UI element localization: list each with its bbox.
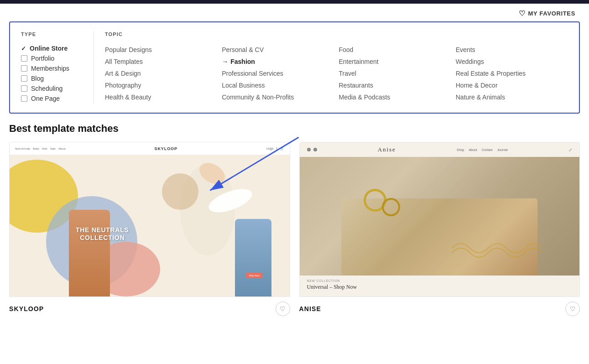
anise-hero-image [300,157,580,276]
anise-caption: NEW COLLECTION Universal – Shop Now [300,276,580,294]
topic-photography[interactable]: Photography [105,80,217,91]
anise-logo: Anise [378,146,396,153]
type-blog[interactable]: Blog [21,73,83,83]
topic-fashion[interactable]: → Fashion [222,56,334,67]
shape-extra [162,173,198,210]
skyloop-logo: SKYLOOP [155,146,177,151]
filter-panel: TYPE ✓ Online Store Portfolio Membership… [9,21,580,114]
topic-weddings[interactable]: Weddings [456,56,568,67]
anise-footer: ANISE ♡ [299,297,580,316]
skyloop-content: THE NEUTRALSCOLLECTION Shop Now [10,155,290,296]
type-memberships-label: Memberships [31,65,69,72]
topic-media-podcasts[interactable]: Media & Podcasts [339,92,451,103]
top-bar [0,0,589,4]
skyloop-footer: SKYLOOP ♡ [9,297,290,316]
topic-travel[interactable]: Travel [339,68,451,79]
skyloop-nav-links: New Arrivals Baby Kids Sale About [15,147,65,150]
type-online-store-label: Online Store [30,45,68,52]
type-blog-label: Blog [31,75,44,82]
topic-column-3: TOPIC Food Entertainment Travel Restaura… [339,31,451,104]
template-card-skyloop[interactable]: New Arrivals Baby Kids Sale About SKYLOO… [9,142,290,316]
anise-expand-icon: ⤢ [568,147,572,152]
active-arrow-icon: → [222,58,228,65]
topic-column-1: TOPIC Popular Designs All Templates Art … [105,31,217,104]
filter-topic-section: TOPIC Popular Designs All Templates Art … [105,31,568,104]
topic-entertainment[interactable]: Entertainment [339,56,451,67]
topic-column-2: TOPIC Personal & CV → Fashion Profession… [222,31,334,104]
skyloop-thumbnails: SALE SALE [10,296,290,297]
topic-label: TOPIC [105,31,217,37]
scheduling-checkbox [21,85,27,92]
type-portfolio-label: Portfolio [31,55,54,62]
chain-decoration [452,234,552,262]
type-portfolio[interactable]: Portfolio [21,53,83,63]
topic-health-beauty[interactable]: Health & Beauty [105,92,217,103]
topic-food[interactable]: Food [339,44,451,55]
type-one-page-label: One Page [31,95,60,102]
topic-personal-cv[interactable]: Personal & CV [222,44,334,55]
type-scheduling-label: Scheduling [31,85,63,92]
type-scheduling[interactable]: Scheduling [21,83,83,94]
topic-community-non-profits[interactable]: Community & Non-Profits [222,92,334,103]
topic-home-decor[interactable]: Home & Decor [456,80,568,91]
topic-local-business[interactable]: Local Business [222,80,334,91]
one-page-checkbox [21,95,27,102]
skyloop-favorite-button[interactable]: ♡ [276,302,290,316]
anise-circle-icon-2 [313,148,317,151]
memberships-checkbox [21,65,27,72]
topic-nature-animals[interactable]: Nature & Animals [456,92,568,103]
skyloop-nav: New Arrivals Baby Kids Sale About SKYLOO… [10,142,290,155]
anise-name: ANISE [299,305,321,312]
anise-nav: Anise Shop About Contact Journal ⤢ [300,142,580,157]
skyloop-child-figure-2 [235,219,271,296]
anise-nav-icons [307,148,317,151]
template-card-anise[interactable]: Anise Shop About Contact Journal ⤢ [299,142,580,316]
portfolio-checkbox [21,55,27,62]
anise-collection-label: NEW COLLECTION [307,279,573,282]
skyloop-name: SKYLOOP [9,305,44,312]
filter-type-section: TYPE ✓ Online Store Portfolio Membership… [21,31,94,104]
templates-grid: New Arrivals Baby Kids Sale About SKYLOO… [9,142,580,316]
skyloop-shop-button: Shop Now [246,273,262,278]
topic-popular-designs[interactable]: Popular Designs [105,44,217,55]
anise-circle-icon-1 [307,148,311,151]
heart-icon: ♡ [519,9,526,18]
anise-nav-links: Shop About Contact Journal [457,148,508,151]
topic-column-4: TOPIC Events Weddings Real Estate & Prop… [456,31,568,104]
topic-real-estate[interactable]: Real Estate & Properties [456,68,568,79]
type-memberships[interactable]: Memberships [21,63,83,73]
type-online-store[interactable]: ✓ Online Store [21,43,83,53]
topic-restaurants[interactable]: Restaurants [339,80,451,91]
topic-professional-services[interactable]: Professional Services [222,68,334,79]
anise-shop-text: Universal – Shop Now [307,284,573,291]
my-favorites-label: MY FAVORITES [528,10,575,17]
section-title: Best template matches [9,123,580,135]
my-favorites-button[interactable]: ♡ MY FAVORITES [519,9,575,18]
skyloop-preview: New Arrivals Baby Kids Sale About SKYLOO… [9,142,290,297]
header-row: ♡ MY FAVORITES [0,4,589,21]
anise-favorite-button[interactable]: ♡ [565,302,580,316]
skyloop-hero-text: THE NEUTRALSCOLLECTION [76,226,129,242]
topic-events[interactable]: Events [456,44,568,55]
topic-all-templates[interactable]: All Templates [105,56,217,67]
anise-preview: Anise Shop About Contact Journal ⤢ [299,142,580,297]
skyloop-child-figure-1 [69,210,110,296]
blog-checkbox [21,75,27,82]
type-label: TYPE [21,31,83,37]
type-one-page[interactable]: One Page [21,94,83,104]
topic-art-design[interactable]: Art & Design [105,68,217,79]
skyloop-card-wrapper: New Arrivals Baby Kids Sale About SKYLOO… [9,142,290,297]
topic-fashion-label: Fashion [230,58,255,65]
